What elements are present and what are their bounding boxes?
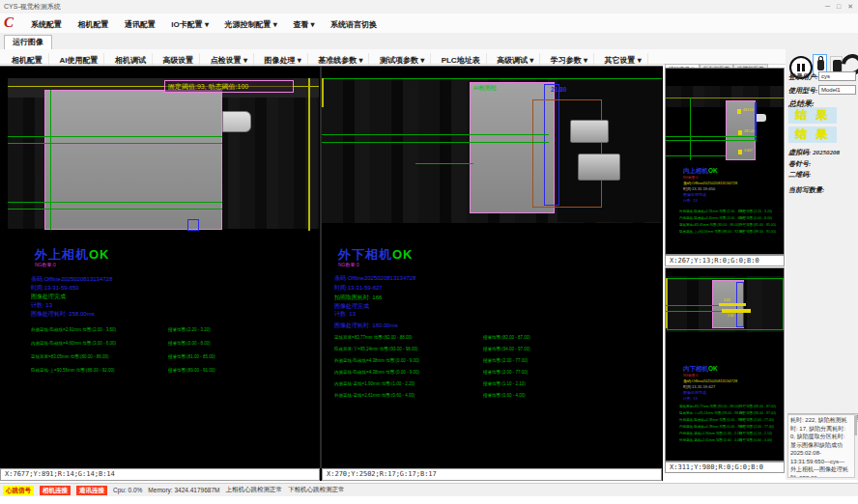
preview-tabs: 缺陷图显示所有相机图监控相机图 <box>665 57 785 68</box>
log-textbox[interactable]: 耗时: 222, 缺陷检测耗时: 17, 缺陷分离耗时: 0, 缺陷提取分区耗时… <box>787 414 855 478</box>
camera-view-outer-bottom[interactable]: AI检测框 23.80 外下相机OK NG数量:0 条码:Offline2025… <box>322 67 663 468</box>
measurement-row: 外侧蓝线-隐藏线=4.38mm 范围:(0.00 - 9.00)报警范围:(2.… <box>334 358 644 363</box>
sidebar: 登录用户: cys 使用型号: Model1 总结果: 结 果 结 果 虚拟码:… <box>786 49 858 480</box>
process-time-line: 图像处理耗时: 258.00ms <box>31 310 95 319</box>
menu-item-camera-config[interactable]: 相机配置 <box>72 15 114 34</box>
model-label: 使用型号: <box>788 86 817 96</box>
menu-item-language-switch[interactable]: 系统语言切换 <box>325 15 383 34</box>
lock-icon <box>817 60 824 70</box>
blue-marker-rect <box>187 219 199 231</box>
menu-item-system-config[interactable]: 系统配置 <box>25 15 68 34</box>
status-ok: OK <box>89 247 110 262</box>
menu-item-light-config[interactable]: 光源控制配置 ▾ <box>219 15 283 34</box>
preview-inner-bottom[interactable]: 4.83 2.81 内下相机OK NG数量:0 条码:Offline202502… <box>665 267 785 462</box>
camera-view-outer-top[interactable]: 固定阈值:93, 动态阈值:100 外上相机OK NG数量:0 条码:Offli… <box>0 67 320 468</box>
left-yellow-v <box>666 278 668 328</box>
log-scrollbar[interactable] <box>854 416 857 435</box>
measurement-row: 内侧蓝线-隐藏线=4.60mm 范围:(3.00 - 6.00)报警范围:(0.… <box>31 341 311 346</box>
window-controls: ─□✕ <box>818 0 853 14</box>
heartbeat-badge: 心跳信号 <box>3 486 34 495</box>
menu-item-comm-config[interactable]: 通讯配置 <box>119 15 161 34</box>
menu-item-io-config[interactable]: IO卡配置 ▾ <box>165 15 214 34</box>
pixel-coord-readout-p2: X:311;Y:980;R:0;G:0;B:0 <box>665 462 785 473</box>
defect-mark <box>722 309 751 313</box>
defect-label: 2.81 <box>728 314 734 318</box>
measurement-row: 内侧蓝线-隐藏线=4.60mm 范围:(3.00 - 6.00)报警范围:(0.… <box>679 216 784 220</box>
ng-counter: NG数量:0 <box>338 262 359 267</box>
measurement-row: 内侧蓝线-隐藏线=4.38mm 范围:(0.00 - 9.00)报警范围:(2.… <box>679 425 784 429</box>
heartbeat-bottom-camera: 下相机心跳检测正常 <box>288 486 345 494</box>
title-bar: CYS-视觉检测系统 <box>0 0 858 14</box>
olive-line <box>666 98 784 98</box>
measurement-row: 内侧蓝线-蓝线=1.90mm 范围:(1.00 - 2.20)报警范围:(1.1… <box>334 381 644 386</box>
metal-part-1 <box>570 120 609 143</box>
measurement-row: 外侧蓝线-隐藏线=4.38mm 范围:(0.00 - 9.00)报警范围:(2.… <box>679 418 784 422</box>
barcode-line: 条码:Offline2025020813134728 <box>683 378 737 383</box>
camera-result-title: 内上相机OK <box>683 167 718 176</box>
time-line: 时间:13-31-59-650 <box>31 284 79 293</box>
boundary-yellow-v <box>308 78 310 231</box>
menu-items: 系统配置 相机配置 通讯配置 IO卡配置 ▾ 光源控制配置 ▾ 查看 ▾ 系统语… <box>25 14 383 33</box>
qr-label: 二维码: <box>788 170 811 180</box>
measure-line-v <box>690 98 691 160</box>
camera-name: 外下相机 <box>338 247 392 262</box>
measurement-row: 内侧蓝线-蓝线=1.90mm 范围:(1.00 - 2.20)报警范围:(1.1… <box>679 432 784 435</box>
count-line: 计数: 13 <box>683 198 698 203</box>
measurement-row: 外侧蓝线-蓝线=2.61mm 范围:(0.60 - 4.00)报警范围:(0.6… <box>334 393 644 398</box>
camera-result-title: 内下相机OK <box>683 365 718 374</box>
write-count-label: 当前写数量: <box>788 185 824 195</box>
process-done-line: 图像处理完成 <box>31 293 66 301</box>
virtual-code-value: 20250208 <box>813 149 840 156</box>
ng-counter: NG数量:0 <box>683 374 698 378</box>
measurement-row: 隐藏蓝线-上=90.56mm 范围:(88.00 - 92.00)报警范围:(8… <box>679 230 784 234</box>
camera-stage: 固定阈值:93, 动态阈值:100 外上相机OK NG数量:0 条码:Offli… <box>0 66 663 481</box>
model-field[interactable]: Model1 <box>818 85 856 95</box>
measurement-row: 隐藏宽度-下=95.24mm 范围:(93.00 - 98.00)报警范围:(9… <box>334 347 644 351</box>
measure-line-h1 <box>8 136 222 137</box>
defect-label: 281.40 <box>744 129 755 133</box>
measurement-row: 隐藏宽度-下=95.24mm 范围:(93.00 - 98.00)报警范围:(9… <box>679 411 784 415</box>
tab-run-image[interactable]: 运行图像 <box>4 35 52 49</box>
app-window: CYS-视觉检测系统 ─□✕ C 系统配置 相机配置 通讯配置 IO卡配置 ▾ … <box>0 0 858 504</box>
time-line: 时间:13-31-59-627 <box>334 284 383 293</box>
measurement-row: 蓝线宽度=83.77mm 范围:(82.00 - 88.00)报警范围:(83.… <box>334 335 644 340</box>
memory-usage: Memory: 3424.4179687M <box>148 487 219 493</box>
virtual-code-label: 虚拟码: 20250208 <box>788 148 840 157</box>
ai-roi-label: AI检测框 <box>473 84 497 93</box>
time-line: 时间:13-31-59-627 <box>683 384 715 389</box>
needle-label: 卷针号: <box>788 159 811 169</box>
measure-line-h2 <box>322 142 549 143</box>
defect-mark <box>737 109 741 114</box>
measure-line-h1 <box>666 136 757 137</box>
process-time-line: 图像处理耗时: 160.00ms <box>334 322 398 330</box>
measurement-row: 隐藏蓝线-上=90.56mm 范围:(88.00 - 92.00)报警范围:(8… <box>31 368 311 373</box>
count-line: 计数: 13 <box>334 310 356 319</box>
defect-mark <box>719 303 746 306</box>
close-icon[interactable]: ✕ <box>847 3 853 10</box>
defect-label: 483.14 <box>743 108 754 112</box>
measure-line-h2 <box>8 143 222 144</box>
top-green-line <box>322 78 662 79</box>
machine-image <box>666 86 784 107</box>
preview-inner-top[interactable]: 483.14 281.40 3.847 内上相机OK NG数量:0 条码:Off… <box>665 68 785 255</box>
count-line: 计数: 13 <box>683 396 698 401</box>
app-logo-icon: C <box>4 14 21 32</box>
menu-item-view[interactable]: 查看 ▾ <box>287 15 320 34</box>
metal-part-2 <box>578 154 620 181</box>
process-done-line: 图像处理完成 <box>683 192 706 197</box>
measurement-row: 内侧蓝线-隐藏线=4.38mm 范围:(0.00 - 9.00)报警范围:(2.… <box>334 370 644 375</box>
maximize-icon[interactable]: □ <box>837 3 841 10</box>
comm-connection-badge: 通讯连接 <box>76 486 107 495</box>
measurement-row: 蓝线宽度=83.05mm 范围:(80.00 - 86.00)报警范围:(81.… <box>31 354 311 359</box>
login-user-field[interactable]: cys <box>818 71 856 81</box>
barcode-line: 条码:Offline2025020813134728 <box>683 181 737 185</box>
login-user-label: 登录用户: <box>788 72 817 82</box>
process-done-line: 图像处理完成 <box>683 390 706 395</box>
defect-label: 4.83 <box>724 298 730 302</box>
status-bar: 心跳信号 相机连接 通讯连接 Cpu: 0.0% Memory: 3424.41… <box>0 483 858 496</box>
tab-strip: 运行图像 <box>0 33 858 50</box>
result-box-top: 结 果 <box>788 107 837 124</box>
blue-roi-value: 23.80 <box>551 86 566 93</box>
minimize-icon[interactable]: ─ <box>825 3 830 10</box>
window-title: CYS-视觉检测系统 <box>4 3 61 10</box>
